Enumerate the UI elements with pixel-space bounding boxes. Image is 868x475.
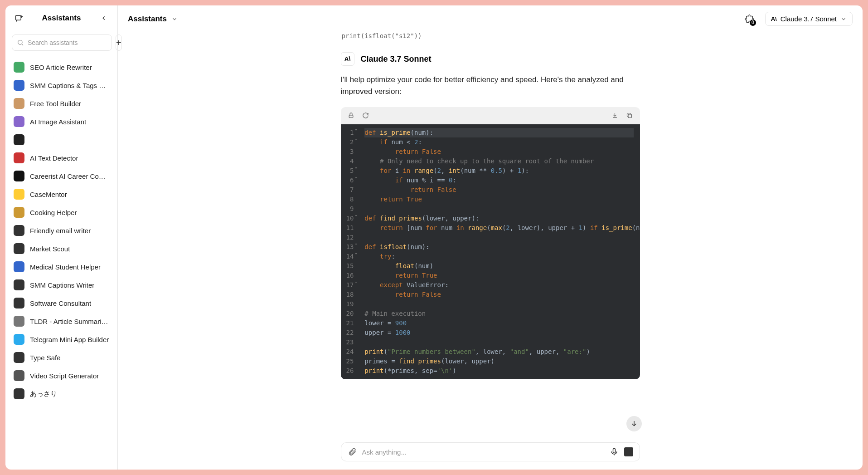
sidebar-item[interactable]: SMM Captions Writer bbox=[9, 276, 114, 294]
message-input[interactable] bbox=[362, 448, 604, 456]
assistant-message-text: I'll help optimize your code for better … bbox=[341, 74, 640, 98]
assistant-label: Careerist AI Career Coach bbox=[30, 172, 109, 180]
sidebar-item[interactable]: Medical Student Helper bbox=[9, 258, 114, 276]
assistant-icon bbox=[14, 316, 24, 327]
assistant-label: Market Scout bbox=[30, 245, 70, 253]
sidebar-item[interactable]: Telegram Mini App Builder bbox=[9, 330, 114, 348]
assistant-label: SMM Captions & Tags Gen... bbox=[30, 82, 109, 89]
search-row: + bbox=[5, 31, 117, 56]
collapse-sidebar-icon[interactable] bbox=[97, 12, 110, 24]
code-block: 1234567891011121314151617181920212223242… bbox=[341, 107, 640, 379]
sidebar-header: Assistants bbox=[5, 5, 117, 31]
assistant-icon bbox=[14, 334, 24, 345]
assistant-label: SEO Article Rewriter bbox=[30, 64, 92, 71]
refresh-icon[interactable] bbox=[362, 112, 370, 120]
assistant-icon bbox=[14, 388, 24, 399]
sidebar-item[interactable]: CaseMentor bbox=[9, 185, 114, 203]
assistant-label: Medical Student Helper bbox=[30, 263, 101, 271]
sidebar-item[interactable]: Video Script Generator bbox=[9, 367, 114, 385]
sidebar-item[interactable]: Free Tool Builder bbox=[9, 94, 114, 113]
assistant-label: SMM Captions Writer bbox=[30, 281, 94, 289]
code-toolbar bbox=[341, 107, 640, 124]
assistant-icon bbox=[14, 370, 24, 381]
assistant-icon bbox=[14, 207, 24, 218]
input-bar bbox=[118, 437, 863, 470]
assistant-icon bbox=[14, 243, 24, 254]
assistant-label: Free Tool Builder bbox=[30, 100, 81, 108]
sidebar-item[interactable]: SMM Captions & Tags Gen... bbox=[9, 76, 114, 94]
main: Assistants 0 A\ Claude 3.7 Sonnet print(… bbox=[118, 5, 863, 470]
sidebar-item[interactable]: Type Safe bbox=[9, 348, 114, 367]
assistant-icon bbox=[14, 152, 24, 163]
assistant-label: Friendly email writer bbox=[30, 227, 91, 235]
assistant-icon bbox=[14, 171, 24, 181]
assistant-label: TLDR - Article Summarizer bbox=[30, 318, 109, 325]
assistant-icon bbox=[14, 62, 24, 73]
mic-icon[interactable] bbox=[610, 447, 619, 456]
extensions-count: 0 bbox=[750, 20, 756, 26]
attach-icon[interactable] bbox=[348, 447, 357, 456]
scroll-down-button[interactable] bbox=[626, 416, 642, 431]
assistant-icon bbox=[14, 352, 24, 363]
assistant-name: Claude 3.7 Sonnet bbox=[361, 54, 432, 64]
main-header: Assistants 0 A\ Claude 3.7 Sonnet bbox=[118, 5, 863, 32]
sidebar-title: Assistants bbox=[31, 14, 92, 23]
sidebar-item[interactable]: Software Consultant bbox=[9, 294, 114, 312]
download-icon[interactable] bbox=[611, 112, 619, 120]
svg-rect-0 bbox=[16, 15, 21, 20]
sidebar-item[interactable]: Careerist AI Career Coach bbox=[9, 167, 114, 185]
svg-rect-2 bbox=[349, 115, 353, 118]
title-dropdown-icon[interactable] bbox=[171, 16, 178, 22]
search-icon bbox=[17, 39, 24, 46]
copy-icon[interactable] bbox=[626, 112, 634, 120]
sidebar-item[interactable]: あっさり bbox=[9, 385, 114, 403]
search-box[interactable] bbox=[12, 34, 112, 51]
assistant-icon bbox=[14, 116, 24, 127]
line-gutter: 1234567891011121314151617181920212223242… bbox=[341, 124, 358, 379]
svg-rect-4 bbox=[613, 449, 615, 453]
extensions-button[interactable]: 0 bbox=[743, 13, 755, 25]
stop-button[interactable] bbox=[624, 447, 633, 456]
code-body: 1234567891011121314151617181920212223242… bbox=[341, 124, 640, 379]
assistant-avatar: A\ bbox=[341, 52, 354, 66]
lock-icon[interactable] bbox=[347, 112, 355, 120]
chevron-down-icon bbox=[840, 16, 847, 22]
assistant-label: AI Image Assistant bbox=[30, 118, 86, 126]
assistant-icon bbox=[14, 225, 24, 236]
assistant-label: Type Safe bbox=[30, 354, 61, 362]
assistant-icon bbox=[14, 80, 24, 91]
message-input-container bbox=[341, 442, 640, 461]
assistant-icon bbox=[14, 98, 24, 109]
sidebar-item[interactable]: Market Scout bbox=[9, 240, 114, 258]
sidebar: Assistants + SEO Article RewriterSMM Cap… bbox=[5, 5, 118, 470]
previous-code-tail: print(isfloat("s12")) bbox=[341, 32, 640, 39]
assistant-list: SEO Article RewriterSMM Captions & Tags … bbox=[5, 56, 117, 470]
assistant-icon bbox=[14, 261, 24, 272]
model-selector[interactable]: A\ Claude 3.7 Sonnet bbox=[765, 12, 853, 26]
search-input[interactable] bbox=[28, 39, 107, 46]
assistant-label: AI Text Detector bbox=[30, 154, 78, 162]
sidebar-item[interactable]: Cooking Helper bbox=[9, 203, 114, 221]
sidebar-item[interactable]: Friendly email writer bbox=[9, 221, 114, 240]
assistant-label: Telegram Mini App Builder bbox=[30, 336, 109, 343]
model-name: Claude 3.7 Sonnet bbox=[781, 15, 837, 23]
svg-rect-3 bbox=[628, 114, 632, 118]
sidebar-item[interactable]: AI Image Assistant bbox=[9, 113, 114, 131]
sidebar-item[interactable]: AI Text Detector bbox=[9, 149, 114, 167]
svg-point-1 bbox=[18, 40, 22, 44]
anthropic-logo-icon: A\ bbox=[771, 15, 777, 22]
assistant-label: Software Consultant bbox=[30, 299, 91, 307]
sidebar-item[interactable] bbox=[9, 131, 114, 149]
main-title: Assistants bbox=[128, 15, 167, 24]
message-header: A\ Claude 3.7 Sonnet bbox=[341, 52, 640, 66]
assistant-icon bbox=[14, 189, 24, 200]
assistant-label: あっさり bbox=[30, 390, 57, 398]
sidebar-item[interactable]: TLDR - Article Summarizer bbox=[9, 312, 114, 330]
new-chat-icon[interactable] bbox=[13, 12, 25, 24]
assistant-label: Video Script Generator bbox=[30, 372, 99, 380]
code-content[interactable]: def is_prime(num): if num < 2: return Fa… bbox=[357, 124, 640, 379]
assistant-label: CaseMentor bbox=[30, 191, 67, 198]
conversation-scroll[interactable]: print(isfloat("s12")) A\ Claude 3.7 Sonn… bbox=[118, 32, 863, 437]
sidebar-item[interactable]: SEO Article Rewriter bbox=[9, 58, 114, 76]
assistant-icon bbox=[14, 134, 24, 145]
